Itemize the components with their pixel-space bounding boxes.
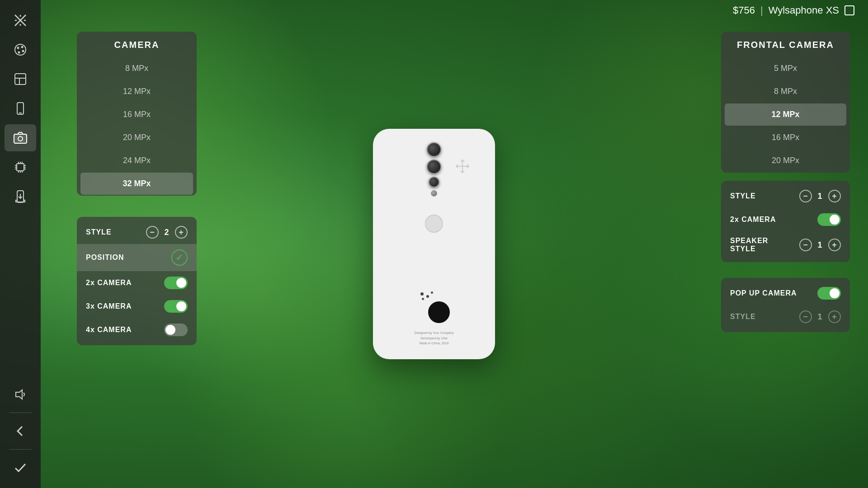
frontal-camera-panel: FRONTAL CAMERA 5 MPx 8 MPx 12 MPx 16 MPx… <box>721 32 850 173</box>
style-left-stepper: − 2 + <box>146 226 188 239</box>
phone-container: Designed by Your Company Developed by US… <box>373 129 495 359</box>
position-check-button[interactable]: ✓ <box>171 249 188 266</box>
logo-dot-1 <box>420 292 424 296</box>
svg-marker-33 <box>16 390 22 399</box>
camera-sensor <box>431 190 437 197</box>
svg-point-6 <box>15 44 26 55</box>
speaker-increment[interactable]: + <box>828 239 841 251</box>
logo-area <box>418 291 450 323</box>
svg-point-8 <box>21 46 24 48</box>
frontal-option-5mpx[interactable]: 5 MPx <box>725 57 846 80</box>
right-2x-label: 2x CAMERA <box>730 216 814 224</box>
popup-toggle[interactable] <box>817 287 841 300</box>
sidebar-item-confirm[interactable] <box>5 454 36 481</box>
right-2x-toggle[interactable] <box>817 213 841 226</box>
camera-option-32mpx[interactable]: 32 MPx <box>80 173 193 195</box>
lens-1 <box>427 142 441 157</box>
popup-decrement[interactable]: − <box>799 310 812 323</box>
sidebar-item-back[interactable] <box>5 418 36 445</box>
popup-camera-label: POP UP CAMERA <box>730 289 814 297</box>
logo-main-circle <box>428 301 450 323</box>
style-left-row-3x: 3x CAMERA <box>77 295 197 318</box>
popup-increment[interactable]: + <box>828 310 841 323</box>
phone-brand-line1: Designed by Your Company <box>415 330 454 335</box>
style-left-row-position: POSITION ✓ <box>77 244 197 271</box>
frontal-option-20mpx[interactable]: 20 MPx <box>725 150 846 172</box>
4x-camera-toggle[interactable] <box>164 324 188 336</box>
lens-3 <box>429 177 439 188</box>
back-icon <box>13 424 28 438</box>
camera-lenses-group <box>418 142 450 197</box>
speaker-decrement[interactable]: − <box>799 239 812 251</box>
speaker-style-label: SPEAKER STYLE <box>730 237 796 253</box>
camera-option-12mpx[interactable]: 12 MPx <box>80 80 193 103</box>
model-label: Wylsaphone XS <box>769 5 839 16</box>
popup-style-row: STYLE − 1 + <box>721 305 850 328</box>
sidebar-bottom <box>5 381 36 481</box>
sidebar-item-crosshair[interactable] <box>5 7 36 34</box>
palette-icon <box>13 42 28 57</box>
lens-2 <box>427 160 441 174</box>
phone-icon <box>844 5 854 15</box>
sidebar-item-screen[interactable] <box>5 95 36 122</box>
right-style-stepper: − 1 + <box>799 190 841 202</box>
style-left-decrement[interactable]: − <box>146 226 159 239</box>
3x-camera-label: 3x CAMERA <box>86 302 160 310</box>
svg-rect-16 <box>14 134 27 143</box>
3x-camera-toggle[interactable] <box>164 300 188 313</box>
frontal-option-16mpx[interactable]: 16 MPx <box>725 127 846 149</box>
style-left-row-4x: 4x CAMERA <box>77 318 197 342</box>
sidebar-item-palette[interactable] <box>5 36 36 63</box>
camera-option-24mpx[interactable]: 24 MPx <box>80 150 193 172</box>
svg-point-9 <box>22 50 24 52</box>
right-style-panel: STYLE − 1 + 2x CAMERA SPEAKER STYLE − 1 … <box>721 181 850 262</box>
sidebar-item-theme[interactable] <box>5 66 36 93</box>
2x-camera-toggle[interactable] <box>164 277 188 289</box>
move-cursor-icon <box>454 158 471 176</box>
install-icon <box>13 189 28 204</box>
sidebar-item-volume[interactable] <box>5 381 36 408</box>
style-left-row-style: STYLE − 2 + <box>77 221 197 244</box>
sidebar-item-install[interactable] <box>5 183 36 210</box>
4x-camera-label: 4x CAMERA <box>86 326 160 334</box>
svg-rect-11 <box>15 74 26 84</box>
style-left-increment[interactable]: + <box>175 226 188 239</box>
sidebar <box>0 0 41 488</box>
camera-panel-title: CAMERA <box>77 32 197 56</box>
screen-icon <box>13 101 28 116</box>
svg-point-7 <box>17 47 19 49</box>
svg-point-10 <box>18 52 20 54</box>
theme-icon <box>13 72 28 86</box>
right-style-increment[interactable]: + <box>828 190 841 202</box>
right-2x-toggle-knob <box>830 215 840 225</box>
sidebar-item-camera[interactable] <box>5 124 36 151</box>
check-icon <box>13 460 28 475</box>
speaker-stepper: − 1 + <box>799 239 841 251</box>
topbar-divider: | <box>760 5 763 16</box>
crosshair-icon <box>13 13 28 28</box>
frontal-option-12mpx[interactable]: 12 MPx <box>725 103 846 126</box>
right-style-value: 1 <box>816 192 825 201</box>
sidebar-divider <box>9 413 32 413</box>
style-left-style-label: STYLE <box>86 228 142 236</box>
camera-option-16mpx[interactable]: 16 MPx <box>80 103 193 126</box>
style-left-panel: STYLE − 2 + POSITION ✓ 2x CAMERA 3x CAME… <box>77 217 197 345</box>
popup-row: POP UP CAMERA <box>721 282 850 305</box>
camera-option-8mpx[interactable]: 8 MPx <box>80 57 193 80</box>
sidebar-item-chip[interactable] <box>5 154 36 181</box>
right-2x-row: 2x CAMERA <box>721 208 850 231</box>
right-style-label: STYLE <box>730 192 796 200</box>
phone-brand-line2: Developed by USA <box>415 336 454 341</box>
right-style-row-style: STYLE − 1 + <box>721 184 850 208</box>
phone-branding: Designed by Your Company Developed by US… <box>415 330 454 346</box>
frontal-option-8mpx[interactable]: 8 MPx <box>725 80 846 103</box>
svg-rect-18 <box>17 164 24 171</box>
3x-camera-toggle-knob <box>176 301 186 311</box>
right-style-decrement[interactable]: − <box>799 190 812 202</box>
camera-icon <box>13 131 28 145</box>
logo-dot-4 <box>422 298 424 300</box>
camera-option-20mpx[interactable]: 20 MPx <box>80 127 193 149</box>
topbar: $756 | Wylsaphone XS <box>719 0 868 21</box>
style-left-row-2x: 2x CAMERA <box>77 271 197 295</box>
chip-icon <box>13 160 28 174</box>
